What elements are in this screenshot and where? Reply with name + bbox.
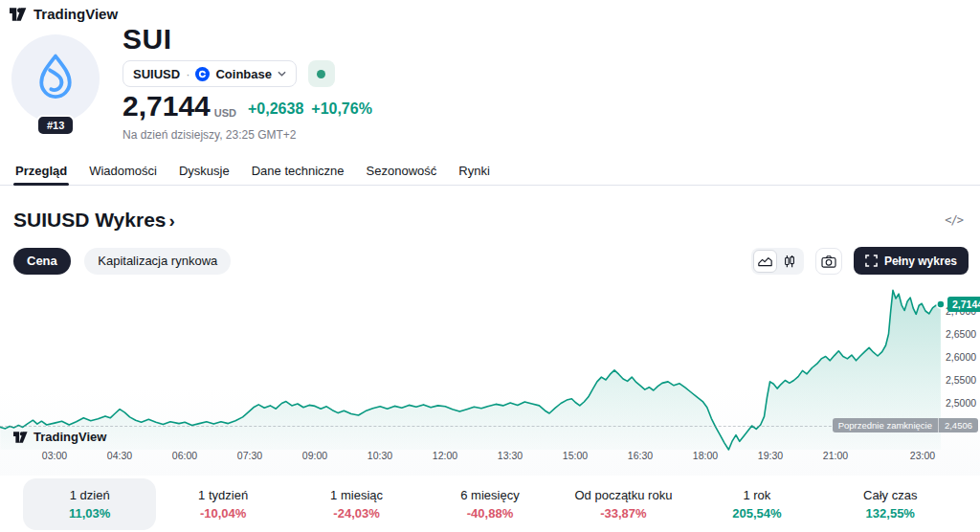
period-change-value: -24,03%	[333, 506, 379, 521]
marketcap-toggle-button[interactable]: Kapitalizacja rynkowa	[84, 248, 231, 275]
x-axis-tick: 16:30	[617, 450, 663, 461]
last-price: 2,7144	[122, 92, 211, 121]
y-axis-tick: 2,6000	[946, 351, 980, 363]
rank-badge: #13	[36, 115, 75, 136]
x-axis-tick: 10:30	[357, 450, 403, 461]
separator: ·	[186, 67, 189, 81]
period-label: Od początku roku	[574, 488, 672, 502]
y-axis-tick: 2,6500	[946, 328, 980, 340]
x-axis-tick: 18:00	[682, 450, 728, 461]
coin-avatar: #13	[11, 34, 100, 122]
x-axis-tick: 13:30	[487, 450, 533, 461]
as-of-text: Na dzień dzisiejszy, 23:25 GMT+2	[122, 128, 297, 142]
camera-icon	[821, 255, 836, 268]
previous-close-line	[0, 426, 942, 427]
tradingview-logo[interactable]: TradingView	[10, 6, 118, 22]
tradingview-mark-icon	[10, 7, 28, 22]
fullscreen-icon	[865, 255, 878, 267]
candlesticks-icon	[783, 255, 796, 268]
top-bar: TradingView	[10, 6, 118, 22]
market-status-dot-icon	[317, 70, 325, 78]
period-1-tydzien[interactable]: 1 tydzień-10,04%	[156, 478, 289, 530]
chart-section-head: SUIUSD Wykres › </>	[13, 209, 969, 232]
x-axis-tick: 12:00	[422, 450, 468, 461]
y-axis-tick: 2,5000	[946, 397, 980, 409]
pair-row: SUIUSD · Coinbase	[122, 60, 335, 87]
period-6-miesiecy[interactable]: 6 miesięcy-40,88%	[423, 478, 556, 530]
x-axis-tick: 23:00	[900, 450, 946, 461]
period-1-miesiac[interactable]: 1 miesiąc-24,03%	[290, 478, 423, 530]
price-change-pct: +10,76%	[311, 100, 372, 118]
period-change-value: -40,88%	[467, 506, 513, 521]
period-change-value: 132,55%	[866, 506, 915, 521]
section-title: SUIUSD Wykres	[13, 209, 167, 232]
period-label: 1 dzień	[70, 488, 110, 502]
period-label: 6 miesięcy	[460, 488, 519, 502]
market-status-chip[interactable]	[308, 60, 335, 87]
previous-close-label: Poprzednie zamknięcie	[833, 418, 938, 432]
symbol-switcher[interactable]: SUIUSD · Coinbase	[122, 60, 297, 87]
currency-label: USD	[214, 107, 236, 119]
tab-sezonowosc[interactable]: Sezonowość	[365, 164, 439, 185]
watermark-brand-name: TradingView	[33, 430, 106, 444]
code-embed-icon[interactable]: </>	[939, 212, 969, 228]
price-toggle-button[interactable]: Cena	[13, 248, 71, 275]
fullscreen-label: Pełny wykres	[884, 255, 957, 268]
period-label: 1 rok	[743, 488, 770, 502]
x-axis-tick: 04:30	[97, 450, 143, 461]
area-series	[0, 279, 980, 476]
tab-dyskusje[interactable]: Dyskusje	[177, 164, 232, 185]
period-change-value: 11,03%	[69, 506, 110, 521]
pair-label: SUIUSD	[133, 67, 180, 81]
sui-droplet-icon	[35, 54, 76, 103]
exchange-label: Coinbase	[215, 67, 272, 81]
tradingview-symbol-page: TradingView #13 SUI SUIUSD · Coinbase	[0, 0, 980, 532]
period-label: 1 miesiąc	[330, 488, 383, 502]
brand-name: TradingView	[33, 6, 118, 22]
period-selector: 1 dzień11,03%1 tydzień-10,04%1 miesiąc-2…	[23, 478, 957, 530]
chart-toolbar: Cena Kapitalizacja rynkowa	[13, 247, 969, 275]
period-1-dzien[interactable]: 1 dzień11,03%	[23, 478, 156, 530]
candles-chart-style-button[interactable]	[778, 250, 802, 273]
tab-wiadomosci[interactable]: Wiadomości	[87, 164, 159, 185]
x-axis-tick: 19:30	[747, 450, 793, 461]
fullscreen-chart-button[interactable]: Pełny wykres	[854, 247, 969, 275]
chart-heading-link[interactable]: SUIUSD Wykres ›	[13, 209, 175, 232]
y-axis-tick: 2,5500	[946, 374, 980, 386]
previous-close-value: 2,4506	[938, 418, 978, 432]
chart-style-segmented-control	[751, 248, 804, 275]
x-axis-tick: 06:00	[162, 450, 208, 461]
last-price-tag: 2,7144	[947, 297, 980, 312]
series-toggle-group: Cena Kapitalizacja rynkowa	[13, 248, 231, 275]
period-change-value: -10,04%	[200, 506, 246, 521]
price-row: 2,7144 USD +0,2638 +10,76%	[122, 92, 372, 121]
coinbase-logo-icon	[195, 67, 210, 81]
chart-tools: Pełny wykres	[751, 247, 969, 275]
last-price-marker	[937, 300, 945, 308]
period-od-poczatku-roku[interactable]: Od początku roku-33,87%	[557, 478, 690, 530]
period-change-value: 205,54%	[732, 506, 781, 521]
x-axis-tick: 03:00	[32, 450, 78, 461]
symbol-title: SUI	[122, 23, 172, 55]
period-1-rok[interactable]: 1 rok205,54%	[690, 478, 823, 530]
price-change-abs: +0,2638	[248, 100, 303, 118]
chart-watermark[interactable]: TradingView	[13, 430, 106, 444]
x-axis-tick: 15:00	[552, 450, 598, 461]
tab-przeglad[interactable]: Przegląd	[13, 164, 69, 185]
tab-bar: PrzeglądWiadomościDyskusjeDane techniczn…	[0, 161, 980, 186]
x-axis-tick: 21:00	[813, 450, 858, 461]
x-axis-tick: 07:30	[227, 450, 273, 461]
period-label: 1 tydzień	[198, 488, 248, 502]
chevron-down-icon	[278, 71, 286, 77]
previous-close-tag: Poprzednie zamknięcie 2,4506	[833, 418, 978, 432]
tradingview-mark-icon	[13, 431, 29, 444]
snapshot-button[interactable]	[815, 248, 842, 275]
area-chart-icon	[758, 255, 772, 267]
area-chart-style-button[interactable]	[753, 250, 777, 273]
x-axis-tick: 09:00	[292, 450, 338, 461]
tab-dane-techniczne[interactable]: Dane techniczne	[250, 164, 346, 185]
price-chart[interactable]: 2,70002,65002,60002,55002,5000 03:0004:3…	[0, 279, 980, 476]
tab-rynki[interactable]: Rynki	[457, 164, 492, 185]
period-ca-y-czas[interactable]: Cały czas132,55%	[824, 478, 957, 530]
period-label: Cały czas	[863, 488, 917, 502]
